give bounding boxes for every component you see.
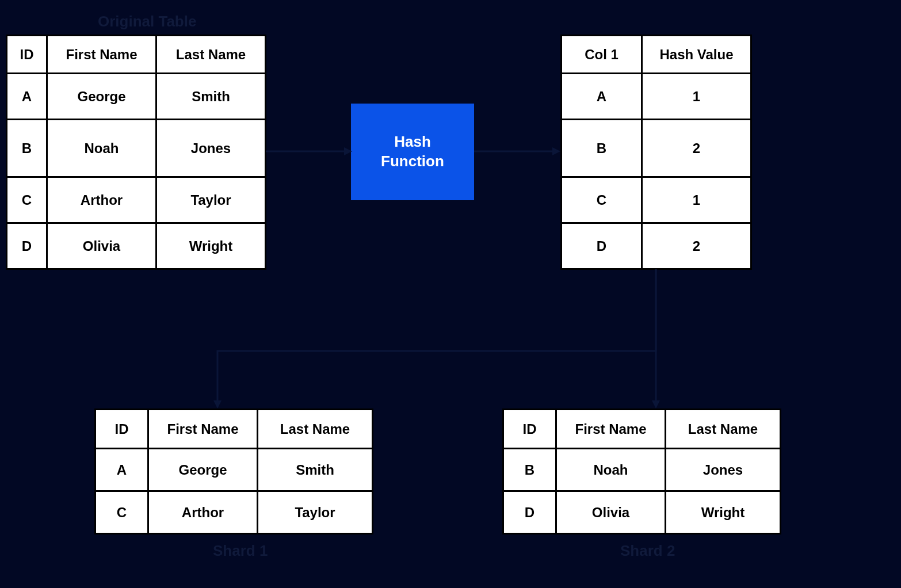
hash-cell: D bbox=[562, 223, 642, 269]
shard1-header-id: ID bbox=[96, 410, 148, 449]
shard2-cell: D bbox=[503, 491, 556, 534]
hash-cell: 1 bbox=[642, 177, 751, 223]
shard1-header-first: First Name bbox=[148, 410, 258, 449]
orig-header-first: First Name bbox=[47, 36, 156, 74]
orig-header-last: Last Name bbox=[156, 36, 266, 74]
original-table-label: Original Table bbox=[98, 13, 196, 30]
hash-header-col1: Col 1 bbox=[562, 36, 642, 74]
original-table: ID First Name Last Name AGeorgeSmith BNo… bbox=[6, 35, 266, 270]
shard1-table: ID First Name Last Name AGeorgeSmith CAr… bbox=[94, 408, 373, 534]
orig-cell: George bbox=[47, 74, 156, 120]
orig-cell: D bbox=[7, 223, 47, 269]
orig-cell: Smith bbox=[156, 74, 266, 120]
hash-cell: 1 bbox=[642, 74, 751, 120]
arrowhead-split-left bbox=[213, 400, 222, 408]
arrow-split-left bbox=[217, 269, 656, 400]
hash-value-table: Col 1 Hash Value A1 B2 C1 D2 bbox=[560, 35, 752, 270]
shard1-cell: Arthor bbox=[148, 491, 258, 534]
orig-cell: Arthor bbox=[47, 177, 156, 223]
shard1-cell: Smith bbox=[258, 449, 373, 491]
shard1-cell: A bbox=[96, 449, 148, 491]
orig-cell: Taylor bbox=[156, 177, 266, 223]
shard1-header-last: Last Name bbox=[258, 410, 373, 449]
shard2-cell: Jones bbox=[666, 449, 781, 491]
shard1-label: Shard 1 bbox=[213, 542, 268, 560]
orig-cell: C bbox=[7, 177, 47, 223]
hash-cell: C bbox=[562, 177, 642, 223]
orig-cell: Jones bbox=[156, 120, 266, 177]
orig-header-id: ID bbox=[7, 36, 47, 74]
orig-cell: B bbox=[7, 120, 47, 177]
shard2-cell: Olivia bbox=[556, 491, 666, 534]
orig-cell: A bbox=[7, 74, 47, 120]
orig-cell: Wright bbox=[156, 223, 266, 269]
shard2-cell: Wright bbox=[666, 491, 781, 534]
hash-header-hash: Hash Value bbox=[642, 36, 751, 74]
shard2-cell: B bbox=[503, 449, 556, 491]
shard2-header-last: Last Name bbox=[666, 410, 781, 449]
shard2-header-first: First Name bbox=[556, 410, 666, 449]
shard1-cell: George bbox=[148, 449, 258, 491]
hash-cell: 2 bbox=[642, 223, 751, 269]
arrowhead-split-right bbox=[652, 400, 660, 408]
shard2-header-id: ID bbox=[503, 410, 556, 449]
shard1-cell: C bbox=[96, 491, 148, 534]
shard2-table: ID First Name Last Name BNoahJones DOliv… bbox=[502, 408, 781, 534]
hash-cell: A bbox=[562, 74, 642, 120]
orig-cell: Olivia bbox=[47, 223, 156, 269]
shard2-label: Shard 2 bbox=[620, 542, 675, 560]
arrowhead-hash-to-table bbox=[552, 147, 560, 155]
orig-cell: Noah bbox=[47, 120, 156, 177]
diagram-canvas: Original Table Shard 1 Shard 2 ID First … bbox=[0, 0, 901, 588]
shard2-cell: Noah bbox=[556, 449, 666, 491]
hash-function-box: Hash Function bbox=[351, 104, 474, 200]
hash-cell: B bbox=[562, 120, 642, 177]
hash-cell: 2 bbox=[642, 120, 751, 177]
shard1-cell: Taylor bbox=[258, 491, 373, 534]
